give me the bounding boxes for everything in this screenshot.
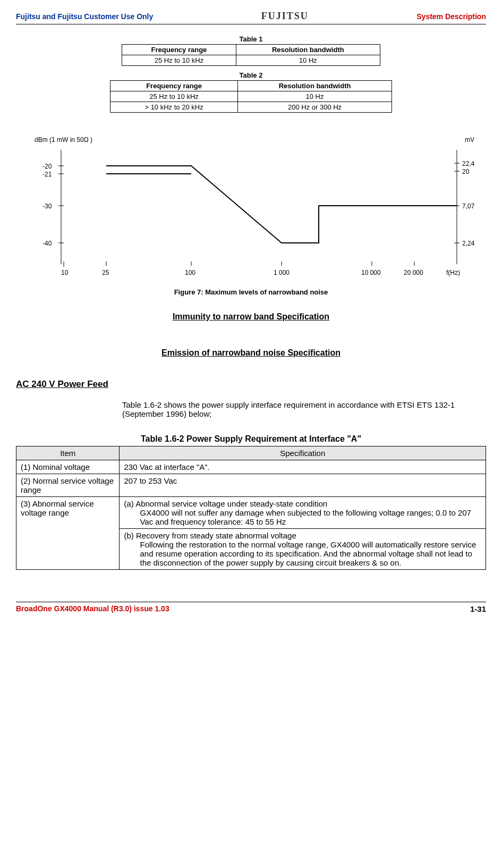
spec-table: Item Specification (1) Nominal voltage 2… bbox=[16, 446, 486, 570]
footer-right: 1-31 bbox=[470, 604, 486, 613]
chart-xtick-10000: 10 000 bbox=[361, 269, 381, 276]
spec-r2-item: (2) Normal service voltage range bbox=[16, 474, 120, 497]
chart-rtick-224b: 2,24 bbox=[462, 240, 475, 247]
page-footer: BroadOne GX4000 Manual (R3.0) issue 1.03… bbox=[16, 602, 486, 613]
spec-table-title: Table 1.6-2 Power Supply Requirement at … bbox=[16, 434, 486, 444]
fujitsu-logo-text: FUJITSU bbox=[261, 11, 309, 21]
chart-ltick-21: -21 bbox=[42, 171, 52, 178]
table2: Frequency range Resolution bandwidth 25 … bbox=[110, 80, 392, 113]
chart-figure: dBm (1 mW in 50Ω ) mV -20 -21 -30 -40 22… bbox=[32, 134, 470, 296]
spec-r3a-head: (a) Abnormal service voltage under stead… bbox=[124, 499, 481, 508]
spec-r3b-body: Following the restoration to the normal … bbox=[124, 540, 481, 567]
table2-r2c1: > 10 kHz to 20 kHz bbox=[110, 102, 238, 113]
header-left: Fujitsu and Fujitsu Customer Use Only bbox=[16, 12, 153, 21]
table2-r1c2: 10 Hz bbox=[238, 91, 392, 102]
chart-y-left-label: dBm (1 mW in 50Ω ) bbox=[35, 136, 92, 144]
spec-r3b: (b) Recovery from steady state abnormal … bbox=[120, 529, 486, 570]
spec-r3a-body: GX4000 will not suffer any damage when s… bbox=[124, 508, 481, 526]
chart-xtick-20000: 20 000 bbox=[404, 269, 423, 276]
chart-y-right-label: mV bbox=[465, 136, 474, 144]
chart-rtick-20: 20 bbox=[462, 168, 470, 175]
para-intro: Table 1.6-2 shows the power supply inter… bbox=[122, 400, 475, 418]
chart-ltick-20: -20 bbox=[42, 163, 52, 170]
header-right: System Description bbox=[416, 12, 486, 21]
table2-h2: Resolution bandwidth bbox=[238, 81, 392, 91]
chart-xtick-1000: 1 000 bbox=[274, 269, 290, 276]
header-logo: FUJITSU bbox=[261, 11, 309, 22]
table2-r2c2: 200 Hz or 300 Hz bbox=[238, 102, 392, 113]
spec-h-item: Item bbox=[16, 446, 120, 460]
heading-immunity: Immunity to narrow band Specification bbox=[173, 312, 329, 321]
spec-r3-item: (3) Abnormal service voltage range bbox=[16, 497, 120, 570]
table1-r1c1: 25 Hz to 10 kHz bbox=[122, 55, 236, 66]
table2-title: Table 2 bbox=[110, 71, 392, 79]
spec-r1-spec: 230 Vac at interface "A". bbox=[120, 460, 486, 474]
spec-h-spec: Specification bbox=[120, 446, 486, 460]
heading-emission: Emission of narrowband noise Specificati… bbox=[161, 348, 341, 357]
chart-rtick-707: 7,07 bbox=[462, 203, 475, 210]
chart-caption: Figure 7: Maximum levels of narrowband n… bbox=[32, 288, 470, 296]
spec-r3b-head: (b) Recovery from steady state abnormal … bbox=[124, 531, 481, 540]
page-header: Fujitsu and Fujitsu Customer Use Only FU… bbox=[16, 11, 486, 24]
table2-h1: Frequency range bbox=[110, 81, 238, 91]
table2-r1c1: 25 Hz to 10 kHz bbox=[110, 91, 238, 102]
heading-ac240: AC 240 V Power Feed bbox=[16, 379, 486, 390]
spec-r2-spec: 207 to 253 Vac bbox=[120, 474, 486, 497]
footer-left: BroadOne GX4000 Manual (R3.0) issue 1.03 bbox=[16, 604, 169, 613]
table1-r1c2: 10 Hz bbox=[236, 55, 380, 66]
table1-h1: Frequency range bbox=[122, 45, 236, 55]
spec-r1-item: (1) Nominal voltage bbox=[16, 460, 120, 474]
chart-xtick-100: 100 bbox=[185, 269, 195, 276]
table1-h2: Resolution bandwidth bbox=[236, 45, 380, 55]
table1: Frequency range Resolution bandwidth 25 … bbox=[122, 44, 380, 66]
chart-x-label: f(Hz) bbox=[446, 269, 460, 276]
chart-xtick-25: 25 bbox=[102, 269, 109, 276]
table1-title: Table 1 bbox=[122, 35, 380, 43]
chart-ltick-40: -40 bbox=[42, 240, 52, 247]
chart-ltick-30: -30 bbox=[42, 203, 52, 210]
spec-r3a: (a) Abnormal service voltage under stead… bbox=[120, 497, 486, 529]
chart-xtick-10: 10 bbox=[61, 269, 69, 276]
chart-rtick-224: 22,4 bbox=[462, 160, 475, 167]
chart-svg: dBm (1 mW in 50Ω ) mV -20 -21 -30 -40 22… bbox=[32, 134, 483, 283]
